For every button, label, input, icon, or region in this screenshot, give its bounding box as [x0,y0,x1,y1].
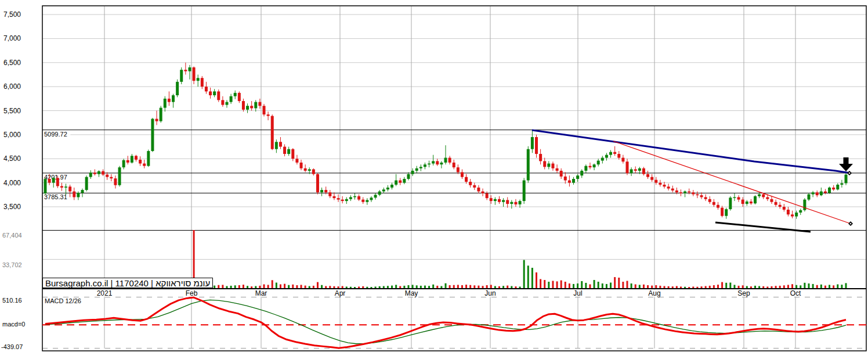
svg-text:-439.07: -439.07 [1,343,23,350]
svg-text:67,404: 67,404 [2,232,22,239]
month-labels: 2021FebMarAprMayJunJulAugSepOct [95,289,804,297]
svg-text:4201.97: 4201.97 [44,174,67,181]
svg-text:Apr: Apr [335,289,346,297]
svg-text:3,500: 3,500 [3,203,21,211]
svg-text:3785.31: 3785.31 [44,193,67,200]
watermark: Bursagraph.co.il | 1170240 | אקוואריוס מ… [42,278,213,288]
svg-text:MACD 12/26: MACD 12/26 [45,297,81,304]
svg-text:2021: 2021 [97,289,113,297]
trendline-red-downtrend [613,141,851,224]
svg-text:4,000: 4,000 [3,179,21,187]
bursagraph-chart: 7,5007,0006,5006,0005,5005,0004,5004,000… [0,0,868,352]
svg-text:7,000: 7,000 [3,34,21,42]
down-arrow-marker [839,157,853,171]
trendline-end-markers [847,171,853,226]
price-axis-labels: 7,5007,0006,5006,0005,5005,0004,5004,000… [3,10,21,211]
svg-text:6,000: 6,000 [3,82,21,91]
volume-axis-labels: 67,40433,702 [2,232,22,268]
svg-text:Mar: Mar [255,289,267,297]
macd-line [45,297,846,348]
svg-text:4,500: 4,500 [3,155,21,163]
svg-text:Sep: Sep [737,289,750,297]
watermark-text: Bursagraph.co.il | 1170240 | אקוואריוס מ… [45,278,210,288]
trendline-blue-downtrend [532,130,851,173]
svg-text:5,000: 5,000 [3,131,21,139]
svg-text:5099.72: 5099.72 [44,131,67,138]
svg-text:Feb: Feb [186,289,198,297]
svg-text:May: May [405,289,418,297]
price-chart-canvas: 7,5007,0006,5006,0005,5005,0004,5004,000… [0,0,868,352]
panel-borders [42,6,866,351]
svg-text:7,500: 7,500 [3,10,21,19]
svg-text:510.16: 510.16 [2,297,22,304]
svg-text:macd=0: macd=0 [2,321,25,328]
svg-text:6,500: 6,500 [3,59,21,67]
candlestick-series [44,63,848,219]
svg-text:33,702: 33,702 [2,261,22,268]
svg-text:Aug: Aug [648,289,660,297]
svg-text:5,500: 5,500 [3,107,21,115]
macd-panel: MACD 12/26510.16macd=0-439.07 [1,297,866,350]
svg-text:Jun: Jun [484,289,496,297]
svg-text:Oct: Oct [790,289,801,297]
svg-text:Jul: Jul [573,289,582,297]
